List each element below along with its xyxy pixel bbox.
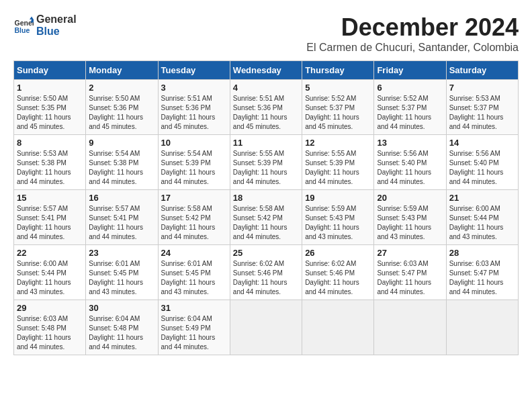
logo-blue: Blue: [36, 26, 77, 38]
day-number: 10: [161, 138, 227, 148]
day-info: Sunrise: 5:54 AM Sunset: 5:38 PM Dayligh…: [89, 149, 154, 187]
day-number: 22: [17, 248, 83, 258]
day-info: Sunrise: 6:00 AM Sunset: 5:44 PM Dayligh…: [449, 204, 515, 242]
day-info: Sunrise: 6:02 AM Sunset: 5:46 PM Dayligh…: [233, 259, 299, 297]
calendar-title: December 2024: [306, 13, 519, 42]
day-info: Sunrise: 6:04 AM Sunset: 5:49 PM Dayligh…: [161, 314, 227, 352]
day-info: Sunrise: 6:03 AM Sunset: 5:47 PM Dayligh…: [377, 259, 443, 297]
calendar-cell: 5Sunrise: 5:52 AM Sunset: 5:37 PM Daylig…: [302, 80, 374, 135]
calendar-cell: [230, 300, 302, 355]
day-info: Sunrise: 5:59 AM Sunset: 5:43 PM Dayligh…: [305, 204, 371, 242]
day-info: Sunrise: 5:53 AM Sunset: 5:37 PM Dayligh…: [449, 94, 515, 132]
calendar-subtitle: El Carmen de Chucuri, Santander, Colombi…: [306, 42, 519, 54]
day-number: 15: [17, 193, 83, 203]
day-info: Sunrise: 5:50 AM Sunset: 5:35 PM Dayligh…: [17, 94, 83, 132]
day-number: 16: [89, 193, 154, 203]
calendar-cell: 30Sunrise: 6:04 AM Sunset: 5:48 PM Dayli…: [86, 300, 158, 355]
day-info: Sunrise: 6:04 AM Sunset: 5:48 PM Dayligh…: [89, 314, 154, 352]
column-header-sunday: Sunday: [14, 61, 86, 80]
calendar-cell: [302, 300, 374, 355]
day-info: Sunrise: 5:55 AM Sunset: 5:39 PM Dayligh…: [233, 149, 299, 187]
day-number: 31: [161, 303, 227, 313]
logo: General Blue General Blue: [13, 13, 77, 37]
day-info: Sunrise: 5:55 AM Sunset: 5:39 PM Dayligh…: [305, 149, 371, 187]
day-number: 4: [233, 83, 299, 93]
title-area: December 2024 El Carmen de Chucuri, Sant…: [306, 13, 519, 54]
day-number: 11: [233, 138, 299, 148]
calendar-cell: 10Sunrise: 5:54 AM Sunset: 5:39 PM Dayli…: [158, 135, 230, 190]
day-info: Sunrise: 5:57 AM Sunset: 5:41 PM Dayligh…: [17, 204, 83, 242]
day-number: 7: [449, 83, 515, 93]
column-header-saturday: Saturday: [446, 61, 518, 80]
calendar-cell: 4Sunrise: 5:51 AM Sunset: 5:36 PM Daylig…: [230, 80, 302, 135]
calendar-cell: 23Sunrise: 6:01 AM Sunset: 5:45 PM Dayli…: [86, 245, 158, 300]
calendar-cell: 22Sunrise: 6:00 AM Sunset: 5:44 PM Dayli…: [14, 245, 86, 300]
calendar-cell: [374, 300, 446, 355]
calendar-cell: 16Sunrise: 5:57 AM Sunset: 5:41 PM Dayli…: [86, 190, 158, 245]
day-info: Sunrise: 5:57 AM Sunset: 5:41 PM Dayligh…: [89, 204, 154, 242]
day-info: Sunrise: 5:59 AM Sunset: 5:43 PM Dayligh…: [377, 204, 443, 242]
calendar-cell: 31Sunrise: 6:04 AM Sunset: 5:49 PM Dayli…: [158, 300, 230, 355]
calendar-cell: 28Sunrise: 6:03 AM Sunset: 5:47 PM Dayli…: [446, 245, 518, 300]
day-number: 5: [305, 83, 371, 93]
calendar-cell: 26Sunrise: 6:02 AM Sunset: 5:46 PM Dayli…: [302, 245, 374, 300]
logo-icon: General Blue: [13, 15, 34, 36]
day-number: 27: [377, 248, 443, 258]
day-info: Sunrise: 5:51 AM Sunset: 5:36 PM Dayligh…: [233, 94, 299, 132]
day-info: Sunrise: 5:58 AM Sunset: 5:42 PM Dayligh…: [161, 204, 227, 242]
calendar-cell: [446, 300, 518, 355]
calendar-cell: 19Sunrise: 5:59 AM Sunset: 5:43 PM Dayli…: [302, 190, 374, 245]
day-number: 21: [449, 193, 515, 203]
day-number: 13: [377, 138, 443, 148]
day-number: 19: [305, 193, 371, 203]
column-header-wednesday: Wednesday: [230, 61, 302, 80]
day-number: 20: [377, 193, 443, 203]
column-header-thursday: Thursday: [302, 61, 374, 80]
calendar-cell: 15Sunrise: 5:57 AM Sunset: 5:41 PM Dayli…: [14, 190, 86, 245]
day-number: 25: [233, 248, 299, 258]
day-number: 8: [17, 138, 83, 148]
calendar-table: SundayMondayTuesdayWednesdayThursdayFrid…: [13, 60, 519, 355]
day-number: 2: [89, 83, 154, 93]
day-info: Sunrise: 5:54 AM Sunset: 5:39 PM Dayligh…: [161, 149, 227, 187]
logo-general: General: [36, 13, 77, 26]
day-info: Sunrise: 5:52 AM Sunset: 5:37 PM Dayligh…: [305, 94, 371, 132]
day-number: 17: [161, 193, 227, 203]
day-number: 1: [17, 83, 83, 93]
day-number: 28: [449, 248, 515, 258]
day-info: Sunrise: 5:51 AM Sunset: 5:36 PM Dayligh…: [161, 94, 227, 132]
day-number: 26: [305, 248, 371, 258]
day-info: Sunrise: 5:56 AM Sunset: 5:40 PM Dayligh…: [449, 149, 515, 187]
day-number: 23: [89, 248, 154, 258]
calendar-cell: 27Sunrise: 6:03 AM Sunset: 5:47 PM Dayli…: [374, 245, 446, 300]
calendar-cell: 11Sunrise: 5:55 AM Sunset: 5:39 PM Dayli…: [230, 135, 302, 190]
day-info: Sunrise: 6:03 AM Sunset: 5:47 PM Dayligh…: [449, 259, 515, 297]
svg-marker-2: [30, 16, 34, 19]
calendar-cell: 6Sunrise: 5:52 AM Sunset: 5:37 PM Daylig…: [374, 80, 446, 135]
calendar-cell: 2Sunrise: 5:50 AM Sunset: 5:36 PM Daylig…: [86, 80, 158, 135]
calendar-cell: 9Sunrise: 5:54 AM Sunset: 5:38 PM Daylig…: [86, 135, 158, 190]
calendar-cell: 3Sunrise: 5:51 AM Sunset: 5:36 PM Daylig…: [158, 80, 230, 135]
calendar-cell: 24Sunrise: 6:01 AM Sunset: 5:45 PM Dayli…: [158, 245, 230, 300]
calendar-cell: 8Sunrise: 5:53 AM Sunset: 5:38 PM Daylig…: [14, 135, 86, 190]
calendar-cell: 18Sunrise: 5:58 AM Sunset: 5:42 PM Dayli…: [230, 190, 302, 245]
svg-text:Blue: Blue: [15, 26, 30, 34]
calendar-cell: 7Sunrise: 5:53 AM Sunset: 5:37 PM Daylig…: [446, 80, 518, 135]
column-header-monday: Monday: [86, 61, 158, 80]
calendar-cell: 20Sunrise: 5:59 AM Sunset: 5:43 PM Dayli…: [374, 190, 446, 245]
day-number: 14: [449, 138, 515, 148]
day-number: 6: [377, 83, 443, 93]
column-header-tuesday: Tuesday: [158, 61, 230, 80]
day-info: Sunrise: 6:03 AM Sunset: 5:48 PM Dayligh…: [17, 314, 83, 352]
calendar-cell: 25Sunrise: 6:02 AM Sunset: 5:46 PM Dayli…: [230, 245, 302, 300]
day-info: Sunrise: 6:01 AM Sunset: 5:45 PM Dayligh…: [161, 259, 227, 297]
day-info: Sunrise: 5:52 AM Sunset: 5:37 PM Dayligh…: [377, 94, 443, 132]
day-number: 30: [89, 303, 154, 313]
calendar-cell: 29Sunrise: 6:03 AM Sunset: 5:48 PM Dayli…: [14, 300, 86, 355]
day-number: 12: [305, 138, 371, 148]
day-info: Sunrise: 5:50 AM Sunset: 5:36 PM Dayligh…: [89, 94, 154, 132]
day-info: Sunrise: 5:56 AM Sunset: 5:40 PM Dayligh…: [377, 149, 443, 187]
day-number: 18: [233, 193, 299, 203]
day-info: Sunrise: 5:53 AM Sunset: 5:38 PM Dayligh…: [17, 149, 83, 187]
day-info: Sunrise: 6:01 AM Sunset: 5:45 PM Dayligh…: [89, 259, 154, 297]
